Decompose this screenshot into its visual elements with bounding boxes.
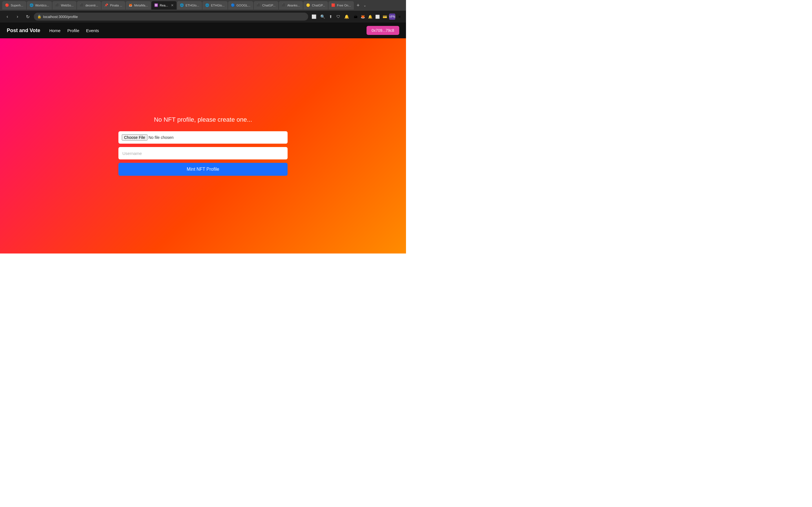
reload-button[interactable]: ↻ — [24, 13, 32, 20]
tab-ethglo2[interactable]: 🌐 ETHGlo... — [202, 1, 227, 10]
tab-favicon-webso: ⬛ — [55, 3, 59, 7]
file-input[interactable] — [122, 134, 284, 140]
tab-close-react[interactable]: ✕ — [171, 3, 174, 7]
ext-vpn[interactable]: VPN — [389, 13, 395, 20]
new-tab-button[interactable]: + — [354, 3, 362, 8]
tab-label-ethglo2: ETHGlo... — [211, 4, 224, 7]
tab-chatgp1[interactable]: ⬛ ChatGP... — [254, 1, 278, 10]
app-container: Post and Vote Home Profile Events 0x709.… — [0, 22, 406, 253]
browser-chrome: 🔴 Superh... 🌐 Worldco... ⬛ WebSo... ⬛ de… — [0, 0, 406, 22]
tab-bar: 🔴 Superh... 🌐 Worldco... ⬛ WebSo... ⬛ de… — [0, 0, 406, 11]
tab-label-googl: GOOGL... — [237, 4, 251, 7]
ext-icon-wallet[interactable]: 💳 — [382, 13, 388, 20]
file-input-wrapper[interactable] — [118, 131, 288, 144]
form-container: Mint NFT Profile — [118, 131, 288, 176]
nav-link-profile[interactable]: Profile — [67, 28, 80, 33]
brave-rewards-icon[interactable]: 🔔 — [343, 13, 350, 20]
tab-pinata[interactable]: 📌 Pinata ... — [101, 1, 125, 10]
tab-favicon-react: ⚛️ — [154, 3, 158, 7]
wallet-button[interactable]: 0x709...79c8 — [366, 26, 399, 35]
tab-label-akanks: Akanks... — [287, 4, 300, 7]
nav-link-events[interactable]: Events — [86, 28, 99, 33]
mint-nft-button[interactable]: Mint NFT Profile — [118, 163, 288, 176]
tab-freeon[interactable]: 🟥 Free On... — [328, 1, 354, 10]
tab-label-react: Rea... — [160, 4, 168, 7]
tab-ethglo1[interactable]: 🌐 ETHGlo... — [177, 1, 202, 10]
ext-icon-1[interactable]: 🏔 — [352, 13, 359, 20]
tab-worldco[interactable]: 🌐 Worldco... — [27, 1, 52, 10]
tab-favicon-worldco: 🌐 — [30, 3, 34, 7]
tab-webso[interactable]: ⬛ WebSo... — [52, 1, 77, 10]
tab-metamask[interactable]: 🦊 MetaMa... — [126, 1, 151, 10]
no-profile-text: No NFT profile, please create one... — [154, 116, 252, 123]
tab-label-metamask: MetaMa... — [134, 4, 148, 7]
tab-label-worldco: Worldco... — [35, 4, 49, 7]
nav-link-home[interactable]: Home — [49, 28, 61, 33]
ext-icon-3[interactable]: 🔔 — [367, 13, 373, 20]
nav-brand: Post and Vote — [7, 27, 40, 34]
tab-label-chatgp1: ChatGP... — [262, 4, 275, 7]
tab-label-chatgp2: ChatGP... — [312, 4, 325, 7]
tab-favicon-ethglo1: 🌐 — [180, 3, 184, 7]
address-bar: ‹ › ↻ 🔒 localhost:3000/profile ⬜ 🔍 ⬆ 🛡 🔔… — [0, 11, 406, 22]
tab-favicon-metamask: 🦊 — [129, 3, 133, 7]
tab-chatgp2[interactable]: 🟡 ChatGP... — [303, 1, 328, 10]
tab-favicon-akanks: ⬛ — [282, 3, 286, 7]
main-content: No NFT profile, please create one... Min… — [0, 38, 406, 253]
ext-icon-sidebar[interactable]: ⬜ — [374, 13, 380, 20]
navbar: Post and Vote Home Profile Events 0x709.… — [0, 22, 406, 38]
tab-favicon-ethglo2: 🌐 — [205, 3, 209, 7]
tab-label-ethglo1: ETHGlo... — [186, 4, 199, 7]
tab-superh[interactable]: 🔴 Superh... — [2, 1, 26, 10]
browser-menu-icon[interactable]: ≡ — [396, 13, 403, 20]
tab-label-decentr: decentr... — [86, 4, 98, 7]
address-input-wrap[interactable]: 🔒 localhost:3000/profile — [34, 13, 308, 20]
address-actions: ⬜ 🔍 ⬆ 🛡 🔔 — [310, 13, 350, 20]
tab-decentr[interactable]: ⬛ decentr... — [77, 1, 101, 10]
nav-links: Home Profile Events — [49, 28, 357, 33]
tab-favicon-freeon: 🟥 — [331, 3, 335, 7]
forward-button[interactable]: › — [13, 13, 21, 20]
tab-label-webso: WebSo... — [61, 4, 73, 7]
tab-react[interactable]: ⚛️ Rea... ✕ — [151, 1, 176, 10]
search-icon[interactable]: 🔍 — [319, 13, 326, 20]
tab-akanks[interactable]: ⬛ Akanks... — [279, 1, 303, 10]
lock-icon: 🔒 — [37, 15, 42, 18]
screen-cast-icon[interactable]: ⬜ — [310, 13, 317, 20]
tab-favicon-chatgp1: ⬛ — [257, 3, 260, 7]
ext-icon-2[interactable]: 🦊 — [360, 13, 366, 20]
tab-favicon-decentr: ⬛ — [80, 3, 84, 7]
tab-favicon-superh: 🔴 — [5, 3, 9, 7]
tab-label-pinata: Pinata ... — [110, 4, 122, 7]
tab-favicon-pinata: 📌 — [104, 3, 108, 7]
brave-shield-icon[interactable]: 🛡 — [335, 13, 342, 20]
tab-label-superh: Superh... — [11, 4, 23, 7]
share-icon[interactable]: ⬆ — [328, 13, 334, 20]
tab-googl[interactable]: 🔵 GOOGL... — [228, 1, 253, 10]
back-button[interactable]: ‹ — [3, 13, 11, 20]
tab-label-freeon: Free On... — [337, 4, 351, 7]
tab-favicon-chatgp2: 🟡 — [306, 3, 310, 7]
address-text: localhost:3000/profile — [43, 15, 78, 19]
tab-favicon-googl: 🔵 — [231, 3, 235, 7]
tab-overflow-button[interactable]: ⌄ — [362, 3, 367, 7]
username-input[interactable] — [118, 147, 288, 159]
browser-extensions: 🏔 🦊 🔔 ⬜ 💳 VPN ≡ — [352, 13, 403, 20]
